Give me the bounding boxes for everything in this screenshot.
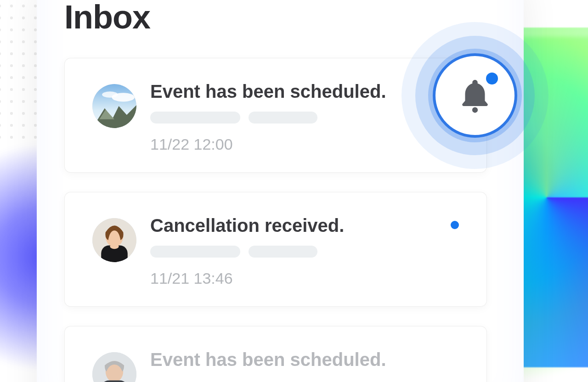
inbox-item[interactable]: Cancellation received. 11/21 13:46: [64, 192, 487, 307]
preview-placeholder: [150, 246, 427, 258]
avatar: [92, 218, 136, 262]
page-title: Inbox: [64, 0, 150, 36]
inbox-list: Event has been scheduled. 11/22 12:00: [64, 58, 487, 382]
person-icon: [92, 352, 136, 382]
svg-point-5: [102, 91, 118, 97]
unread-dot-icon: [486, 73, 498, 84]
preview-placeholder: [150, 112, 427, 124]
inbox-item-timestamp: 11/21 13:46: [150, 270, 427, 287]
avatar: [92, 84, 136, 128]
inbox-item-subject: Event has been scheduled.: [150, 81, 427, 101]
inbox-item-timestamp: 11/22 12:00: [150, 135, 427, 153]
inbox-item-subject: Event has been scheduled.: [150, 349, 427, 370]
landscape-icon: [92, 84, 136, 128]
svg-point-10: [110, 244, 119, 249]
inbox-item-subject: Cancellation received.: [150, 215, 427, 236]
notification-bell-button[interactable]: [433, 53, 517, 138]
inbox-item[interactable]: Event has been scheduled. 11/22 12:00: [64, 58, 487, 173]
unread-dot-icon: [451, 221, 459, 229]
person-icon: [92, 218, 136, 262]
svg-point-15: [472, 107, 478, 112]
inbox-item[interactable]: Event has been scheduled.: [64, 326, 487, 382]
avatar: [92, 352, 136, 382]
